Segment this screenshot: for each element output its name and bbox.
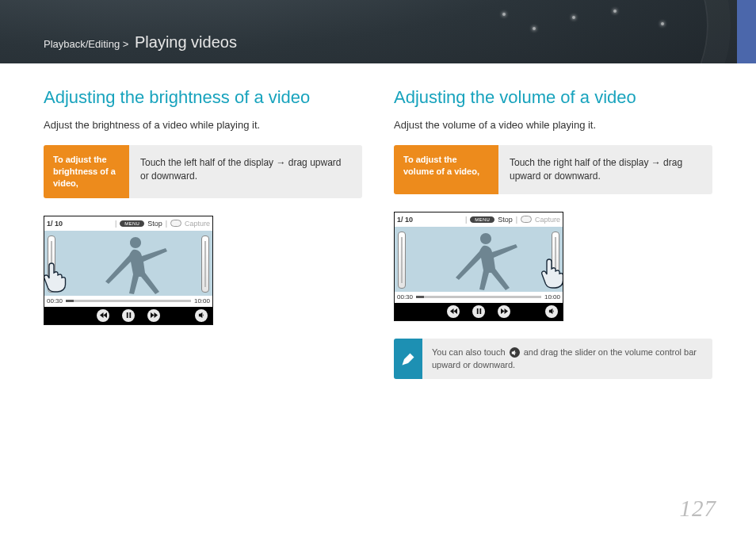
breadcrumb-title: Playing videos	[135, 33, 237, 51]
finger-pointer-icon	[44, 261, 67, 293]
player-topbar: 1/ 10 | MENU Stop | Capture	[44, 216, 212, 231]
volume-icon	[510, 347, 520, 358]
player-controls	[395, 303, 563, 320]
time-elapsed: 00:30	[47, 297, 63, 304]
lead-brightness: Adjust the brightness of a video while p…	[44, 119, 362, 131]
heading-volume: Adjusting the volume of a video	[394, 87, 712, 108]
page-header: Playback/Editing > Playing videos	[0, 0, 756, 63]
breadcrumb: Playback/Editing > Playing videos	[44, 33, 237, 52]
capture-label[interactable]: Capture	[535, 216, 560, 224]
volume-slider-inactive[interactable]	[201, 235, 209, 293]
tip-text: You can also touch and drag the slider o…	[422, 339, 712, 380]
player-timebar[interactable]: 00:30 10:00	[44, 296, 212, 307]
player-preview-volume: 1/ 10 | MENU Stop | Capture 00:30	[394, 212, 563, 321]
volume-button[interactable]	[545, 305, 558, 318]
brightness-slider-inactive[interactable]	[398, 232, 406, 289]
capture-label[interactable]: Capture	[185, 220, 210, 228]
breadcrumb-separator: >	[123, 38, 129, 50]
tip-text-pre: You can also touch	[432, 347, 506, 357]
volume-button[interactable]	[195, 309, 208, 322]
seek-track[interactable]	[416, 296, 541, 298]
menu-chip[interactable]: MENU	[470, 216, 494, 223]
capture-chip-icon[interactable]	[170, 220, 181, 227]
instruction-label: To adjust the volume of a video,	[394, 145, 498, 194]
menu-chip[interactable]: MENU	[120, 220, 144, 227]
instruction-box-volume: To adjust the volume of a video, Touch t…	[394, 145, 712, 194]
chapter-tab	[737, 0, 756, 63]
instruction-label: To adjust the brightness of a video,	[44, 145, 129, 198]
decorative-stars	[494, 5, 701, 52]
rewind-button[interactable]	[97, 309, 109, 322]
clip-counter: 1/ 10	[397, 216, 413, 224]
instruction-box-brightness: To adjust the brightness of a video, Tou…	[44, 145, 362, 198]
player-viewport[interactable]	[395, 227, 563, 292]
lead-volume: Adjust the volume of a video while playi…	[394, 119, 712, 131]
dancer-silhouette-icon	[92, 232, 179, 296]
pause-button[interactable]	[122, 309, 135, 322]
heading-brightness: Adjusting the brightness of a video	[44, 87, 362, 108]
player-timebar[interactable]: 00:30 10:00	[395, 292, 563, 303]
column-brightness: Adjusting the brightness of a video Adju…	[44, 87, 362, 379]
fast-forward-button[interactable]	[147, 309, 160, 322]
instruction-body: Touch the left half of the display → dra…	[129, 145, 362, 198]
capture-chip-icon[interactable]	[521, 216, 532, 223]
stop-label[interactable]: Stop	[498, 216, 513, 224]
rewind-button[interactable]	[447, 305, 460, 318]
clip-counter: 1/ 10	[47, 220, 63, 228]
column-volume: Adjusting the volume of a video Adjust t…	[394, 87, 712, 379]
breadcrumb-section: Playback/Editing	[44, 38, 120, 50]
time-total: 10:00	[194, 297, 210, 304]
page-number: 127	[680, 496, 717, 522]
player-viewport[interactable]	[44, 231, 212, 296]
finger-pointer-icon	[540, 257, 563, 289]
player-preview-brightness: 1/ 10 | MENU Stop | Capture 00:30	[44, 216, 213, 325]
time-total: 10:00	[544, 293, 560, 301]
instruction-body: Touch the right half of the display → dr…	[498, 145, 712, 194]
pen-tip-icon	[394, 339, 422, 380]
pause-button[interactable]	[472, 305, 485, 318]
seek-track[interactable]	[66, 300, 191, 302]
time-elapsed: 00:30	[397, 293, 413, 301]
player-topbar: 1/ 10 | MENU Stop | Capture	[395, 212, 563, 227]
stop-label[interactable]: Stop	[147, 220, 162, 228]
tip-note: You can also touch and drag the slider o…	[394, 339, 712, 380]
dancer-silhouette-icon	[442, 228, 529, 292]
player-controls	[44, 307, 212, 324]
fast-forward-button[interactable]	[498, 305, 510, 318]
